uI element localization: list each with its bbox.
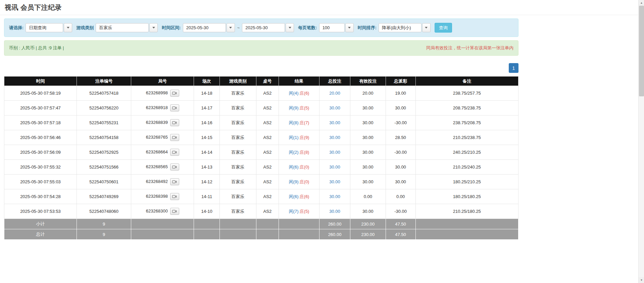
cell-table-no: AS2 xyxy=(256,115,279,130)
subtotal-label: 小计 xyxy=(4,219,77,229)
total-bet-link[interactable]: 20.00 xyxy=(329,91,340,96)
cell-session: 14-10 xyxy=(194,204,220,219)
cell-remark: 210.25/240.25 xyxy=(415,160,518,175)
cell-time: 2025-05-30 07:53:53 xyxy=(4,204,77,219)
total-bet-link[interactable]: 30.00 xyxy=(329,120,340,125)
cell-result: 闲(9)庄(0) xyxy=(279,175,319,189)
round-detail-button[interactable] xyxy=(170,119,179,126)
total-total-bet: 260.00 xyxy=(319,229,350,240)
time-sort-value[interactable]: 降幂(由大到小) xyxy=(379,23,422,32)
scroll-up-icon[interactable]: ▲ xyxy=(639,0,644,6)
page-size-value[interactable]: 100 xyxy=(319,23,345,32)
empty-cell xyxy=(279,229,319,240)
cell-game-type: 百家乐 xyxy=(219,175,256,189)
cell-table-no: AS2 xyxy=(256,101,279,115)
date-to-select[interactable]: 2025-05-30 xyxy=(242,23,294,32)
cell-remark: 240.25/210.25 xyxy=(415,145,518,160)
chevron-down-icon[interactable] xyxy=(345,23,354,32)
game-type-select-value[interactable]: 百家乐 xyxy=(96,23,149,32)
game-type-select[interactable]: 百家乐 xyxy=(96,23,158,32)
round-detail-button[interactable] xyxy=(170,149,179,156)
total-label: 总计 xyxy=(4,229,77,240)
chevron-down-icon[interactable] xyxy=(227,23,235,32)
cell-result: 闲(2)庄(8) xyxy=(279,145,319,160)
cell-valid-bet: 30.00 xyxy=(350,204,386,219)
cell-payout: 28.50 xyxy=(386,130,415,145)
round-detail-button[interactable] xyxy=(170,193,179,200)
round-detail-button[interactable] xyxy=(170,104,179,111)
total-bet-link[interactable]: 30.00 xyxy=(329,194,340,199)
table-row: 2025-05-30 07:57:18522540755231623268839… xyxy=(4,115,518,130)
scrollbar-thumb[interactable] xyxy=(639,6,644,96)
round-detail-button[interactable] xyxy=(170,90,179,97)
date-from-select[interactable]: 2025-05-30 xyxy=(183,23,235,32)
cell-total-bet: 30.00 xyxy=(319,204,350,219)
total-payout: 47.50 xyxy=(386,229,415,240)
total-bet-link[interactable]: 30.00 xyxy=(329,209,340,214)
cell-table-no: AS2 xyxy=(256,130,279,145)
round-detail-button[interactable] xyxy=(170,178,179,185)
cell-game-type: 百家乐 xyxy=(219,130,256,145)
result-banker: 庄(0) xyxy=(300,179,309,184)
page-size-select[interactable]: 100 xyxy=(319,23,354,32)
cell-session: 14-11 xyxy=(194,189,220,204)
round-detail-button[interactable] xyxy=(170,134,179,141)
total-count: 9 xyxy=(77,229,131,240)
empty-cell xyxy=(415,219,518,229)
cell-payout: 30.00 xyxy=(386,175,415,189)
page-header: 视讯 会员下注纪录 xyxy=(0,0,644,15)
cell-result: 闲(6)庄(0) xyxy=(279,160,319,175)
cell-time: 2025-05-30 07:55:32 xyxy=(4,160,77,175)
chevron-down-icon[interactable] xyxy=(286,23,294,32)
cell-time: 2025-05-30 07:56:46 xyxy=(4,130,77,145)
date-to-value[interactable]: 2025-05-30 xyxy=(242,23,285,32)
cell-time: 2025-05-30 07:57:47 xyxy=(4,101,77,115)
table-row: 2025-05-30 07:56:09522540752925623268664… xyxy=(4,145,518,160)
cell-session: 14-14 xyxy=(194,145,220,160)
cell-total-bet: 20.00 xyxy=(319,86,350,101)
time-sort-select[interactable]: 降幂(由大到小) xyxy=(379,23,431,32)
total-bet-link[interactable]: 30.00 xyxy=(329,135,340,140)
cell-total-bet: 30.00 xyxy=(319,115,350,130)
empty-cell xyxy=(131,219,194,229)
round-detail-button[interactable] xyxy=(170,163,179,171)
cell-bet-id: 522540755231 xyxy=(77,115,131,130)
cell-round-id: 623268918 xyxy=(131,101,194,115)
date-from-value[interactable]: 2025-05-30 xyxy=(183,23,226,32)
pagination: 1 xyxy=(4,63,518,73)
time-range-label: 时间区间: xyxy=(162,25,181,31)
page-button-1[interactable]: 1 xyxy=(509,63,518,73)
summary-currency-count: 币别 : 人民币 | 总共 :9 注单 | xyxy=(9,45,64,51)
cell-valid-bet: 30.00 xyxy=(350,160,386,175)
cell-valid-bet: 30.00 xyxy=(350,175,386,189)
chevron-down-icon[interactable] xyxy=(149,23,158,32)
search-button[interactable]: 查询 xyxy=(435,23,452,33)
cell-payout: 30.00 xyxy=(386,160,415,175)
cell-session: 14-15 xyxy=(194,130,220,145)
chevron-down-icon[interactable] xyxy=(422,23,431,32)
subtotal-valid-bet: 230.00 xyxy=(350,219,386,229)
table-row: 2025-05-30 07:57:47522540756220623268918… xyxy=(4,101,518,115)
total-bet-link[interactable]: 30.00 xyxy=(329,105,340,110)
scroll-down-icon[interactable]: ▼ xyxy=(639,277,644,283)
date-query-select-value[interactable]: 日期查询 xyxy=(26,23,63,32)
vertical-scrollbar[interactable]: ▲ ▼ xyxy=(638,0,644,283)
cell-round-id: 623268492 xyxy=(131,175,194,189)
round-detail-button[interactable] xyxy=(170,208,179,215)
result-player: 闲(6) xyxy=(289,164,299,170)
cell-table-no: AS2 xyxy=(256,175,279,189)
total-bet-link[interactable]: 30.00 xyxy=(329,150,340,155)
table-row: 2025-05-30 07:55:32522540751566623268565… xyxy=(4,160,518,175)
date-query-select[interactable]: 日期查询 xyxy=(26,23,72,32)
total-bet-link[interactable]: 30.00 xyxy=(329,179,340,184)
cell-result: 闲(8)庄(7) xyxy=(279,115,319,130)
cell-bet-id: 522540756220 xyxy=(77,101,131,115)
empty-cell xyxy=(194,219,220,229)
table-row: 2025-05-30 07:56:46522540754158623268765… xyxy=(4,130,518,145)
page-size-label: 每页笔数: xyxy=(298,25,317,31)
empty-cell xyxy=(415,229,518,240)
total-bet-link[interactable]: 30.00 xyxy=(329,164,340,170)
filter-bar: 请选择: 日期查询 游戏类别 百家乐 时间区间: 2025-05-30 ~ 20… xyxy=(4,18,518,37)
chevron-down-icon[interactable] xyxy=(64,23,72,32)
game-type-label: 游戏类别 xyxy=(76,25,94,31)
